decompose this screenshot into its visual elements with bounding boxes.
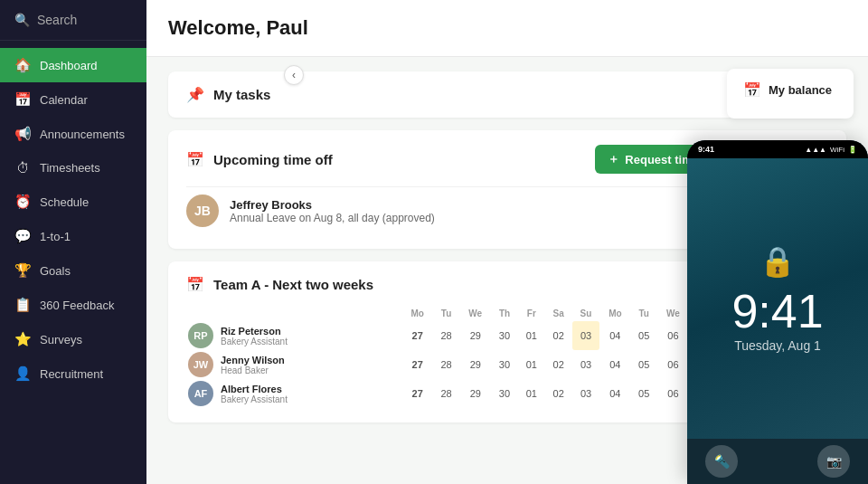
team-cal-icon: 📅 bbox=[186, 276, 204, 293]
day-cell: 03 bbox=[572, 379, 600, 408]
day-cell: 06 bbox=[657, 321, 689, 350]
day-cell: 28 bbox=[433, 350, 460, 379]
day-cell: 03 bbox=[572, 350, 600, 379]
day-header-mo2: Mo bbox=[599, 306, 630, 321]
home-icon: 🏠 bbox=[14, 57, 31, 73]
member-cell: AF Albert Flores Bakery Assistant bbox=[186, 379, 402, 408]
day-cell: 01 bbox=[518, 321, 545, 350]
day-header-we1: We bbox=[459, 306, 491, 321]
recruitment-icon: 👤 bbox=[14, 365, 31, 382]
flashlight-button[interactable]: 🔦 bbox=[705, 445, 738, 478]
member-name: Riz Peterson bbox=[221, 326, 288, 337]
avatar: JB bbox=[186, 195, 219, 227]
member-role: Head Baker bbox=[221, 365, 285, 375]
avatar: JW bbox=[188, 352, 213, 377]
day-cell: 06 bbox=[657, 350, 689, 379]
camera-button[interactable]: 📷 bbox=[817, 445, 850, 478]
day-header-tu2: Tu bbox=[630, 306, 657, 321]
day-cell: 30 bbox=[491, 321, 518, 350]
announcements-icon: 📢 bbox=[14, 126, 31, 142]
phone-top-bar: 9:41 ▲▲▲ WiFi 🔋 bbox=[687, 140, 868, 158]
my-tasks-title: My tasks bbox=[213, 87, 270, 102]
pin-icon: 📌 bbox=[186, 86, 204, 103]
day-cell: 06 bbox=[657, 379, 689, 408]
timesheets-icon: ⏱ bbox=[14, 160, 31, 176]
day-cell: 27 bbox=[402, 379, 433, 408]
day-cell: 02 bbox=[545, 350, 572, 379]
sidebar-item-timesheets[interactable]: ⏱ Timesheets bbox=[0, 151, 146, 185]
wifi-icon: WiFi bbox=[830, 146, 844, 154]
calendar-icon: 📅 bbox=[14, 91, 31, 108]
phone-status-icons: ▲▲▲ WiFi 🔋 bbox=[805, 146, 857, 154]
balance-icon: 📅 bbox=[743, 81, 761, 99]
calendar-small-icon: 📅 bbox=[186, 151, 204, 168]
sidebar-item-schedule[interactable]: ⏰ Schedule bbox=[0, 185, 146, 219]
sidebar-item-label: Timesheets bbox=[40, 161, 100, 175]
timeoff-header-left: 📅 Upcoming time off bbox=[186, 151, 333, 168]
member-role: Bakery Assistant bbox=[221, 337, 288, 346]
lock-icon: 🔒 bbox=[760, 244, 796, 279]
sidebar-item-label: Schedule bbox=[40, 195, 89, 209]
day-cell: 27 bbox=[402, 321, 433, 350]
feedback-icon: 📋 bbox=[14, 297, 31, 313]
sidebar-item-label: Announcements bbox=[40, 128, 125, 141]
sidebar-item-label: 1-to-1 bbox=[40, 230, 71, 243]
sidebar-item-360feedback[interactable]: 📋 360 Feedback bbox=[0, 288, 146, 322]
phone-screen: 🔒 9:41 Tuesday, Aug 1 bbox=[687, 158, 868, 439]
day-cell: 29 bbox=[459, 379, 491, 408]
sidebar-item-label: Calendar bbox=[40, 93, 88, 107]
day-cell: 30 bbox=[491, 379, 518, 408]
sidebar-item-recruitment[interactable]: 👤 Recruitment bbox=[0, 356, 146, 391]
sidebar-item-calendar[interactable]: 📅 Calendar bbox=[0, 82, 146, 117]
day-cell-highlight: 03 bbox=[572, 321, 600, 350]
avatar: RP bbox=[188, 323, 213, 348]
signal-icon: ▲▲▲ bbox=[805, 146, 826, 154]
sidebar-item-surveys[interactable]: ⭐ Surveys bbox=[0, 322, 146, 356]
sidebar-nav: 🏠 Dashboard 📅 Calendar 📢 Announcements ⏱… bbox=[0, 41, 146, 398]
surveys-icon: ⭐ bbox=[14, 331, 31, 347]
avatar: AF bbox=[188, 381, 213, 406]
member-role: Bakery Assistant bbox=[221, 394, 288, 404]
day-header-su1: Su bbox=[572, 306, 600, 321]
day-cell: 04 bbox=[599, 321, 630, 350]
sidebar-item-dashboard[interactable]: 🏠 Dashboard bbox=[0, 48, 146, 82]
day-header-th1: Th bbox=[491, 306, 518, 321]
schedule-icon: ⏰ bbox=[14, 194, 31, 210]
day-header-we2: We bbox=[657, 306, 689, 321]
day-cell: 28 bbox=[433, 379, 460, 408]
search-bar[interactable]: 🔍 Search bbox=[0, 0, 146, 41]
day-cell: 04 bbox=[599, 350, 630, 379]
phone-time-display: 9:41 bbox=[731, 288, 823, 335]
collapse-sidebar-button[interactable]: ‹ bbox=[284, 65, 304, 85]
search-label: Search bbox=[37, 13, 77, 27]
day-cell: 29 bbox=[459, 321, 491, 350]
sidebar-item-announcements[interactable]: 📢 Announcements bbox=[0, 117, 146, 151]
team-title: Team A - Next two weeks bbox=[213, 277, 373, 292]
day-cell: 05 bbox=[630, 321, 657, 350]
sidebar-item-label: 360 Feedback bbox=[40, 299, 114, 312]
sidebar-item-label: Recruitment bbox=[40, 367, 103, 381]
chat-icon: 💬 bbox=[14, 228, 31, 244]
sidebar-item-1to1[interactable]: 💬 1-to-1 bbox=[0, 219, 146, 253]
balance-header: 📅 My balance bbox=[743, 81, 837, 99]
plus-icon: ＋ bbox=[608, 151, 619, 167]
day-cell: 30 bbox=[491, 350, 518, 379]
main-content: Welcome, Paul ‹ 📌 My tasks 📅 Upcoming ti… bbox=[146, 0, 868, 484]
day-header-sa1: Sa bbox=[545, 306, 572, 321]
day-header-mo1: Mo bbox=[402, 306, 433, 321]
member-cell: JW Jenny Wilson Head Baker bbox=[186, 350, 402, 379]
day-cell: 02 bbox=[545, 321, 572, 350]
member-col-header bbox=[186, 306, 402, 321]
sidebar-item-label: Surveys bbox=[40, 333, 82, 346]
day-cell: 04 bbox=[599, 379, 630, 408]
sidebar-item-label: Dashboard bbox=[40, 59, 98, 72]
day-cell: 01 bbox=[518, 350, 545, 379]
day-cell: 29 bbox=[459, 350, 491, 379]
goals-icon: 🏆 bbox=[14, 262, 31, 279]
day-cell: 01 bbox=[518, 379, 545, 408]
search-icon: 🔍 bbox=[14, 13, 30, 27]
phone-date-display: Tuesday, Aug 1 bbox=[734, 338, 821, 353]
sidebar-item-goals[interactable]: 🏆 Goals bbox=[0, 253, 146, 288]
phone-overlay: 9:41 ▲▲▲ WiFi 🔋 🔒 9:41 Tuesday, Aug 1 🔦 … bbox=[687, 140, 868, 484]
page-header: Welcome, Paul bbox=[146, 0, 868, 57]
